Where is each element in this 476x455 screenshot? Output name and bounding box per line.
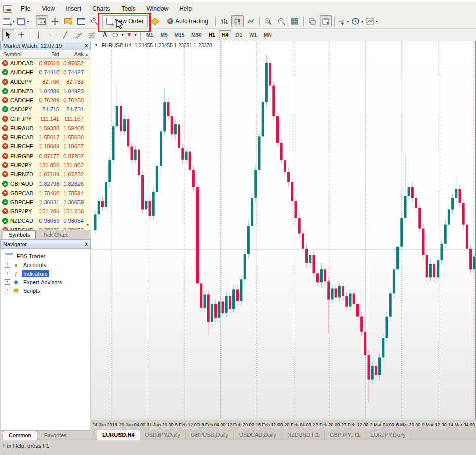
market-watch-row[interactable]: ▼EURCAD1.556171.55638 (0, 133, 91, 142)
chart-tab-gbpjpy-h1[interactable]: GBPJPY,H1 (325, 430, 365, 440)
market-watch-row[interactable]: ▲NZDCAD0.930560.93084 (0, 216, 91, 225)
menu-window[interactable]: Window (141, 4, 174, 14)
menu-insert[interactable]: Insert (60, 4, 87, 14)
indicators-button[interactable]: ▼ (337, 15, 350, 27)
menu-tools[interactable]: Tools (116, 4, 141, 14)
market-watch-row[interactable]: ▼EURAUD1.593881.59408 (0, 124, 91, 133)
timeframe-m15-button[interactable]: M15 (172, 30, 187, 40)
arrange-windows-button[interactable] (320, 15, 332, 27)
time-axis[interactable]: 24 Jan 201829 Jan 04:0031 Jan 20:005 Feb… (91, 420, 476, 429)
market-watch-row[interactable]: ▼CADCHF0.762090.76230 (0, 96, 91, 105)
metaeditor-button[interactable] (149, 15, 162, 27)
new-chart-icon: + (3, 18, 10, 25)
market-watch-row[interactable]: ▼NZDCHF0.709250.70952 (0, 225, 91, 230)
column-header-bid[interactable]: Bid (35, 51, 59, 57)
expand-plus-icon[interactable]: + (5, 288, 10, 293)
chart-tab-gbpusd-daily[interactable]: GBPUSD,Daily (186, 430, 234, 440)
market-watch-row[interactable]: ▼GBPCAD1.784601.78514 (0, 188, 91, 198)
line-chart-button[interactable] (245, 15, 257, 27)
tree-item-expert-advisors[interactable]: +◆Expert Advisors (1, 278, 90, 286)
tab-symbols[interactable]: Symbols (3, 230, 36, 239)
candlestick-chart-button[interactable] (231, 15, 244, 27)
market-watch-row[interactable]: ▼EURNZD1.671891.67232 (0, 170, 91, 179)
market-watch-row[interactable]: ▼CHFJPY111.141111.167 (0, 115, 91, 124)
templates-button[interactable]: ▼ (366, 15, 379, 27)
market-watch-row[interactable]: ▼EURGBP0.871770.87207 (0, 151, 91, 161)
market-watch-row[interactable]: ▲GBPAUD1.827981.82826 (0, 179, 91, 188)
market-watch-titlebar[interactable]: Market Watch: 12:07:19 x (0, 41, 91, 50)
fibonacci-tool-button[interactable] (86, 29, 98, 41)
timeframe-m1-button[interactable]: M1 (143, 30, 156, 40)
market-watch-row[interactable]: ▲CADJPY84.71584.731 (0, 105, 91, 114)
strategy-tester-button[interactable] (89, 15, 101, 27)
periods-button[interactable]: ▼ (351, 15, 365, 27)
market-watch-row[interactable]: ▼EURJPY131.850131.862 (0, 161, 91, 170)
cursor-tool-button[interactable] (2, 29, 14, 41)
tab-tick-chart[interactable]: Tick Chart (37, 231, 73, 239)
profiles-button[interactable]: ▼ (17, 15, 30, 27)
tile-windows-button[interactable] (289, 15, 301, 27)
market-watch-row[interactable]: ▲AUDCHF0.744100.74427 (0, 68, 91, 77)
horizontal-line-tool-button[interactable]: ─ (46, 29, 58, 41)
timeframe-h4-button[interactable]: H4 (219, 30, 231, 40)
timeframe-h1-button[interactable]: H1 (206, 30, 218, 40)
column-header-ask[interactable]: Ask (59, 51, 84, 57)
tab-favorites[interactable]: Favorites (38, 431, 72, 440)
expand-plus-icon[interactable]: + (5, 271, 10, 276)
scroll-up-icon[interactable]: ▲ (84, 52, 90, 57)
timeframe-m30-button[interactable]: M30 (188, 30, 204, 40)
candlestick-chart[interactable] (91, 41, 475, 420)
cascade-windows-button[interactable] (306, 15, 319, 27)
arrows-tool-button[interactable]: ▼▼ (126, 29, 138, 41)
toolbar-separator (215, 17, 216, 26)
new-chart-button[interactable]: +▼ (2, 15, 16, 27)
market-watch-row[interactable]: ▼AUDCAD0.976180.97652 (0, 59, 91, 68)
timeframe-d1-button[interactable]: D1 (232, 30, 245, 40)
tree-item-root[interactable]: FBS Trader (1, 252, 90, 260)
market-watch-row[interactable]: ▼AUDJPY82.70682.733 (0, 78, 91, 87)
data-window-button[interactable] (75, 15, 88, 27)
zoom-out-button[interactable] (275, 15, 288, 27)
crosshair-tool-button[interactable] (15, 29, 27, 41)
new-order-button[interactable]: New Order (102, 15, 148, 27)
menu-file[interactable]: File (15, 4, 36, 14)
text-tool-button[interactable]: A (99, 29, 111, 41)
expand-plus-icon[interactable]: + (5, 262, 10, 268)
channel-tool-button[interactable] (72, 29, 85, 41)
menu-view[interactable]: View (36, 4, 60, 14)
timeframe-w1-button[interactable]: W1 (246, 30, 260, 40)
chart-tab-eurjpy-daily[interactable]: EURJPY,Daily (365, 430, 411, 440)
zoom-in-button[interactable] (262, 15, 274, 27)
menu-charts[interactable]: Charts (87, 4, 115, 14)
timeframe-m5-button[interactable]: M5 (157, 30, 171, 40)
tree-item-accounts[interactable]: +●Accounts (1, 260, 90, 269)
chart-tab-eurusd-h4[interactable]: EURUSD,H4 (97, 430, 140, 440)
menu-help[interactable]: Help (174, 4, 197, 14)
column-header-symbol[interactable]: Symbol (0, 51, 35, 57)
favorites-button[interactable]: ★ (62, 15, 74, 27)
market-watch-row[interactable]: ▼EURCHF1.186091.18637 (0, 142, 91, 151)
chart-tab-nzdusd-h1[interactable]: NZDUSD,H1 (282, 430, 325, 440)
close-icon[interactable]: x (85, 43, 88, 48)
autotrading-button[interactable]: AutoTrading (163, 15, 212, 27)
tree-item-scripts[interactable]: +▤Scripts (1, 286, 90, 295)
tab-common[interactable]: Common (3, 431, 37, 440)
tree-item-indicators[interactable]: +ƒIndicators (1, 269, 90, 278)
market-watch-row[interactable]: ▲AUDNZD1.048861.04923 (0, 87, 91, 96)
navigator-titlebar[interactable]: Navigator x (0, 239, 91, 249)
close-icon[interactable]: x (85, 241, 88, 247)
scroll-down-icon[interactable]: ▼ (86, 223, 90, 228)
chart-tab-usdcad-daily[interactable]: USDCAD,Daily (234, 430, 282, 440)
market-watch-row[interactable]: ▼GBPJPY151.206151.236 (0, 207, 91, 216)
chart-plot-area[interactable]: ▼ EURUSD,H4 1.23455 1.23455 1.23351 1.23… (91, 41, 476, 420)
market-watch-row[interactable]: ▲GBPCHF1.360311.36059 (0, 198, 91, 207)
expand-plus-icon[interactable]: + (5, 279, 10, 285)
chart-tab-usdjpy-daily[interactable]: USDJPY,Daily (140, 430, 186, 440)
navigator-toggle-button[interactable] (49, 15, 61, 27)
timeframe-mn-button[interactable]: MN (261, 30, 275, 40)
vertical-line-tool-button[interactable]: │ (33, 29, 45, 41)
trendline-tool-button[interactable]: ╱ (59, 29, 71, 41)
bar-chart-button[interactable] (218, 15, 230, 27)
shapes-tool-button[interactable]: ▼ (112, 29, 125, 41)
market-watch-toggle-button[interactable]: ▲▼ (36, 15, 48, 27)
